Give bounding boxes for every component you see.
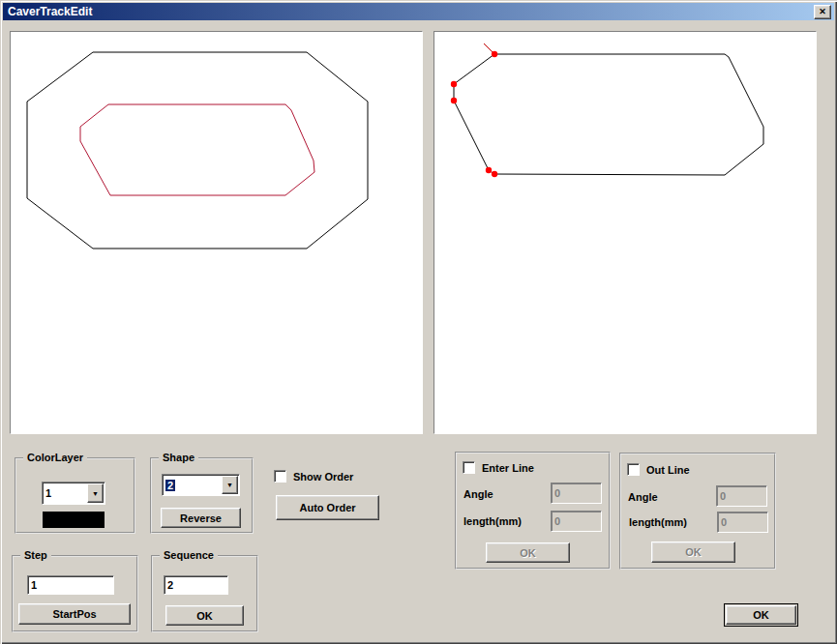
enter-line-group: Enter Line Angle length(mm) OK	[455, 452, 611, 570]
titlebar[interactable]: CaverTrackEdit	[3, 3, 834, 20]
enter-line-row: Enter Line	[463, 461, 534, 474]
out-line-ok-label: OK	[685, 546, 702, 558]
sequence-input[interactable]	[164, 575, 228, 595]
show-order-label: Show Order	[293, 471, 353, 483]
track-polygon	[80, 104, 314, 195]
colorlayer-value: 1	[43, 486, 86, 500]
overview-canvas-svg	[11, 32, 422, 433]
dialog-ok-button-frame: OK	[724, 603, 798, 627]
show-order-row: Show Order	[274, 470, 353, 483]
shape-group-label: Shape	[159, 452, 198, 463]
close-button[interactable]: ✕	[814, 5, 831, 19]
vertex-marker[interactable]	[451, 81, 457, 87]
close-icon: ✕	[819, 6, 826, 18]
shape-dropdown[interactable]: 2 ▼	[162, 474, 240, 496]
vertex-marker[interactable]	[486, 167, 492, 173]
out-line-checkbox[interactable]	[627, 463, 640, 476]
step-group: Step StartPos	[12, 555, 138, 632]
shape-dropdown-arrow-icon[interactable]: ▼	[222, 476, 238, 494]
enter-line-ok-button[interactable]: OK	[486, 542, 570, 563]
out-angle-label: Angle	[628, 491, 658, 503]
out-line-ok-button[interactable]: OK	[651, 542, 735, 563]
enter-angle-label: Angle	[463, 488, 493, 500]
out-line-group: Out Line Angle length(mm) OK	[619, 453, 776, 570]
shape-value: 2	[163, 479, 221, 492]
startpos-button-label: StartPos	[52, 608, 96, 620]
step-group-label: Step	[20, 549, 51, 561]
overview-canvas[interactable]	[10, 31, 423, 434]
out-line-label: Out Line	[646, 464, 690, 476]
enter-angle-input[interactable]	[551, 483, 602, 504]
auto-order-button[interactable]: Auto Order	[276, 495, 379, 520]
enter-length-input[interactable]	[551, 511, 602, 532]
dialog-ok-label: OK	[753, 609, 769, 621]
vertex-marker[interactable]	[492, 171, 497, 177]
track-polygon	[27, 52, 368, 249]
colorlayer-group: ColorLayer 1 ▼	[15, 457, 135, 534]
cavertrackedit-window: CaverTrackEdit ✕ ColorLayer 1 ▼ Shape 2 …	[0, 0, 837, 644]
vertex-marker[interactable]	[451, 98, 457, 103]
layer-color-swatch	[43, 512, 105, 528]
enter-line-label: Enter Line	[482, 462, 534, 474]
out-length-input[interactable]	[717, 512, 768, 533]
colorlayer-dropdown-arrow-icon[interactable]: ▼	[87, 483, 104, 503]
reverse-button[interactable]: Reverse	[161, 508, 241, 528]
vertex-marker[interactable]	[492, 51, 497, 57]
shape-selected-value: 2	[165, 480, 175, 491]
colorlayer-dropdown[interactable]: 1 ▼	[42, 482, 105, 505]
out-angle-input[interactable]	[716, 485, 767, 507]
startpos-button[interactable]: StartPos	[18, 603, 131, 625]
reverse-button-label: Reverse	[180, 512, 222, 524]
step-input[interactable]	[27, 575, 114, 595]
enter-line-ok-label: OK	[520, 547, 536, 559]
track-edit-canvas[interactable]	[433, 31, 817, 434]
show-order-checkbox[interactable]	[274, 470, 286, 483]
sequence-group: Sequence OK	[151, 555, 258, 632]
sequence-group-label: Sequence	[160, 549, 218, 561]
enter-length-label: length(mm)	[463, 515, 522, 527]
sequence-ok-button[interactable]: OK	[165, 605, 244, 626]
track-polygon	[454, 54, 763, 175]
auto-order-button-label: Auto Order	[299, 502, 355, 513]
colorlayer-group-label: ColorLayer	[23, 452, 87, 463]
sequence-ok-label: OK	[196, 610, 213, 622]
out-length-label: length(mm)	[629, 516, 687, 528]
dialog-ok-button[interactable]: OK	[726, 605, 796, 625]
window-title: CaverTrackEdit	[8, 5, 92, 18]
out-line-row: Out Line	[627, 463, 690, 476]
enter-line-checkbox[interactable]	[463, 461, 475, 474]
shape-group: Shape 2 ▼ Reverse	[150, 457, 254, 534]
track-edit-canvas-svg	[434, 32, 816, 433]
